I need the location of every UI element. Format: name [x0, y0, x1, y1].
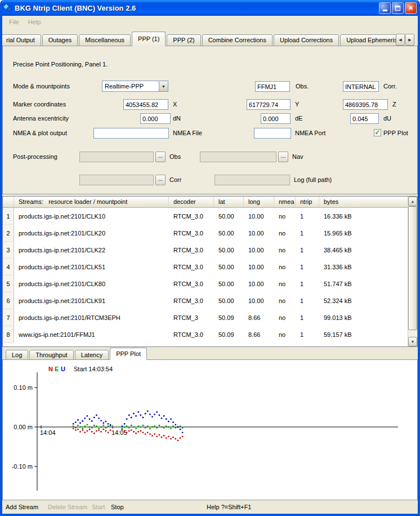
maximize-button[interactable] — [392, 2, 404, 14]
stream-row[interactable]: 8www.igs-ip.net:2101/FFMJ1RTCM_3.050.098… — [3, 326, 408, 343]
row-number: 8 — [3, 326, 14, 343]
post-nav-browse-button[interactable]: ... — [278, 152, 288, 162]
post-obs-browse-button[interactable]: ... — [155, 152, 166, 162]
cell-decoder: RTCM_3.0 — [169, 208, 214, 225]
tab-log[interactable]: Log — [6, 350, 28, 360]
cell-mountpoint: products.igs-ip.net:2101/RTCM3EPH — [14, 309, 169, 326]
post-obs-field — [79, 152, 154, 162]
cell-lat: 50.00 — [214, 225, 244, 242]
cell-mountpoint: products.igs-ip.net:2101/CLK80 — [14, 275, 169, 292]
header-lat[interactable]: lat — [214, 197, 244, 207]
add-stream-button[interactable]: Add Stream — [6, 504, 38, 510]
mode-select[interactable]: Realtime-PPP ▼ — [102, 81, 168, 92]
header-bytes[interactable]: bytes — [319, 197, 408, 207]
ppp-plot-checkbox[interactable]: ✓ — [374, 129, 381, 136]
cell-mountpoint: products.igs-ip.net:2101/CLK20 — [14, 225, 169, 242]
stream-row[interactable]: 5products.igs-ip.net:2101/CLK80RTCM_3.05… — [3, 275, 408, 292]
stream-row[interactable]: 3products.igs-ip.net:2101/CLK22RTCM_3.05… — [3, 242, 408, 259]
scrollbar-thumb[interactable] — [408, 206, 417, 330]
chevron-down-icon[interactable]: ▼ — [159, 81, 168, 91]
antenna-de-input[interactable] — [261, 113, 291, 124]
cell-long: 10.00 — [244, 208, 274, 225]
tab-ppp-plot[interactable]: PPP Plot — [110, 348, 147, 360]
cell-ntrip: 1 — [296, 259, 319, 275]
marker-z-input[interactable] — [343, 99, 388, 110]
header-long[interactable]: long — [244, 197, 274, 207]
antenna-du-input[interactable] — [350, 113, 379, 124]
nmea-port-input[interactable] — [254, 128, 291, 139]
close-button[interactable]: ✕ — [405, 2, 417, 14]
nmea-plot-output-label: NMEA & plot output — [13, 130, 67, 136]
tab-miscellaneous[interactable]: Miscellaneous — [79, 34, 131, 46]
cell-lat: 50.00 — [214, 292, 244, 309]
menu-help[interactable]: Help — [24, 17, 46, 26]
marker-x-input[interactable] — [123, 99, 168, 110]
tab-ppp-2[interactable]: PPP (2) — [167, 34, 200, 46]
tab-throughput[interactable]: Throughput — [29, 350, 73, 360]
cell-bytes: 99.013 kB — [319, 309, 408, 326]
scroll-down-button[interactable]: ▼ — [408, 337, 417, 346]
minimize-button[interactable] — [379, 2, 391, 14]
marker-y-input[interactable] — [247, 99, 291, 110]
tab-ppp-1[interactable]: PPP (1) — [132, 32, 166, 46]
obs-mountpoint-input[interactable] — [255, 81, 290, 92]
nmea-file-input[interactable] — [93, 128, 169, 139]
table-body: 1products.igs-ip.net:2101/CLK10RTCM_3.05… — [3, 208, 417, 343]
app-icon — [3, 3, 12, 12]
cell-decoder: RTCM_3.0 — [169, 292, 214, 309]
cell-nmea: no — [274, 275, 296, 292]
header-mountpoint[interactable]: Streams: resource loader / mountpoint — [14, 197, 169, 207]
tab-scroll-right-button[interactable]: ▶ — [405, 34, 414, 46]
tab-scroll-left-button[interactable]: ◀ — [396, 34, 405, 46]
table-header: Streams: resource loader / mountpoint de… — [3, 197, 408, 208]
stream-row[interactable]: 4products.igs-ip.net:2101/CLK51RTCM_3.05… — [3, 259, 408, 275]
ppp-plot-label: PPP Plot — [383, 130, 408, 136]
header-nmea[interactable]: nmea — [274, 197, 296, 207]
cell-mountpoint: products.igs-ip.net:2101/CLK22 — [14, 242, 169, 259]
panel-heading: Precise Point Positioning, Panel 1. — [13, 61, 108, 68]
cell-nmea: no — [274, 208, 296, 225]
help-hint: Help ?=Shift+F1 — [207, 504, 252, 510]
cell-lat: 50.00 — [214, 242, 244, 259]
antenna-dn-input[interactable] — [140, 113, 171, 124]
cell-bytes: 16.336 kB — [319, 208, 408, 225]
antenna-dn-label: dN — [173, 115, 181, 122]
up-arrow-icon: ▲ — [411, 199, 415, 203]
table-scrollbar[interactable]: ▲ ▼ — [408, 197, 417, 346]
tab-upload-ephemeris[interactable]: Upload Ephemeris — [340, 34, 398, 46]
menu-file[interactable]: File — [5, 17, 24, 26]
svg-text:-0.10 m: -0.10 m — [12, 463, 33, 470]
cell-decoder: RTCM_3 — [169, 309, 214, 326]
titlebar[interactable]: BKG Ntrip Client (BNC) Version 2.6 ✕ — [0, 0, 420, 16]
cell-long: 10.00 — [244, 259, 274, 275]
tab-latency[interactable]: Latency — [75, 350, 109, 360]
header-corner — [3, 197, 14, 207]
right-arrow-icon: ▶ — [408, 38, 411, 42]
tab-combine-corrections[interactable]: Combine Corrections — [202, 34, 272, 46]
stop-button[interactable]: Stop — [111, 504, 124, 510]
cell-mountpoint: products.igs-ip.net:2101/CLK91 — [14, 292, 169, 309]
post-corr-browse-button[interactable]: ... — [155, 175, 166, 185]
stream-row[interactable]: 1products.igs-ip.net:2101/CLK10RTCM_3.05… — [3, 208, 408, 225]
row-number: 3 — [3, 242, 14, 259]
left-arrow-icon: ◀ — [399, 38, 401, 42]
cell-mountpoint: products.igs-ip.net:2101/CLK10 — [14, 208, 169, 225]
cell-ntrip: 1 — [296, 326, 319, 343]
stream-row[interactable]: 7products.igs-ip.net:2101/RTCM3EPHRTCM_3… — [3, 309, 408, 326]
cell-ntrip: 1 — [296, 208, 319, 225]
cell-long: 10.00 — [244, 292, 274, 309]
tab-upload-corrections[interactable]: Upload Corrections — [274, 34, 339, 46]
tab-rial-output[interactable]: rial Output — [2, 34, 41, 46]
cell-decoder: RTCM_3.0 — [169, 225, 214, 242]
scroll-up-button[interactable]: ▲ — [408, 197, 417, 206]
tab-outages[interactable]: Outages — [42, 34, 78, 46]
cell-lat: 50.00 — [214, 275, 244, 292]
stream-row[interactable]: 2products.igs-ip.net:2101/CLK20RTCM_3.05… — [3, 225, 408, 242]
ppp-panel: Precise Point Positioning, Panel 1. Mode… — [2, 46, 418, 194]
corr-mountpoint-input[interactable] — [343, 81, 379, 92]
svg-text:N: N — [48, 366, 53, 372]
stream-row[interactable]: 6products.igs-ip.net:2101/CLK91RTCM_3.05… — [3, 292, 408, 309]
start-button: Start — [92, 504, 105, 510]
header-ntrip[interactable]: ntrip — [296, 197, 319, 207]
header-decoder[interactable]: decoder — [169, 197, 214, 207]
